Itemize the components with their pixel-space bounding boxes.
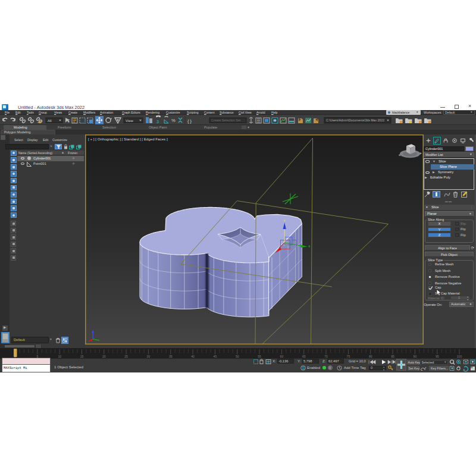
svg-text:Create Selection Set: Create Selection Set [211, 118, 241, 122]
svg-text:{ }: { } [187, 118, 192, 123]
svg-text:All: All [48, 118, 52, 122]
svg-text:[ + ] [ Orthographic ] [ Stand: [ + ] [ Orthographic ] [ Standard ] [ Ed… [88, 137, 168, 141]
svg-text:C:\Users\Admin\Documents\3ds M: C:\Users\Admin\Documents\3ds Max 2022 [326, 118, 384, 122]
svg-text:View: View [126, 118, 134, 122]
svg-text:3: 3 [156, 120, 159, 124]
svg-text:S: S [302, 366, 305, 370]
svg-text:%: % [171, 118, 176, 123]
